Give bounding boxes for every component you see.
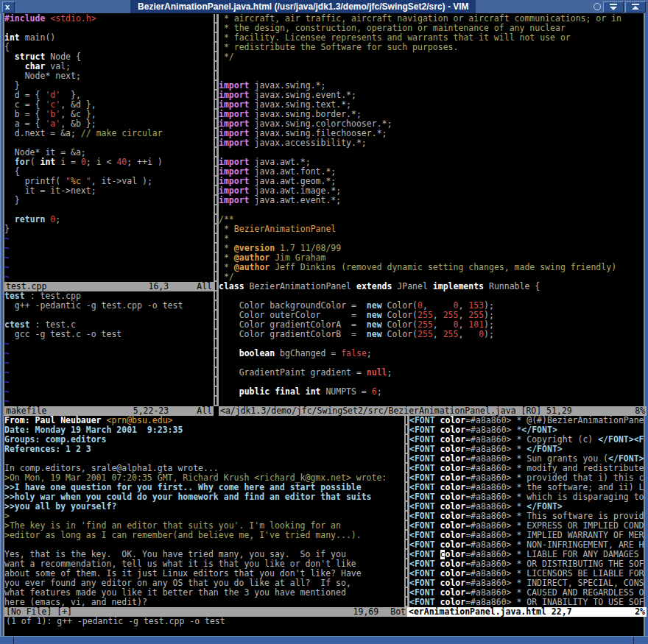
text-line: c = { 'c', &d }, — [4, 100, 214, 110]
window-titlebar[interactable]: x BezierAnimationPanel.java.html (/usr/j… — [0, 0, 648, 14]
text-line: import javax.accessibility.*; — [219, 138, 647, 148]
text-line: g++ -pedantic -g test.cpp -o test — [4, 301, 214, 311]
text-line: <FONT color=#a8a860> * LICENSORS BE LIAB… — [409, 569, 647, 578]
text-line: * the design, construction, operation or… — [219, 24, 647, 33]
window-menu-circle-icon[interactable] — [594, 3, 601, 10]
text-line: import java.awt.geom.*; — [219, 177, 647, 186]
window-maximize-button[interactable] — [625, 1, 646, 13]
text-line: <FONT color=#a8a860> * LIABLE FOR ANY DA… — [409, 550, 647, 559]
vim-command-line[interactable]: (1 of 1): g++ -pedantic -g test.cpp -o t… — [4, 617, 648, 626]
text-line: Node* it = &a; — [4, 148, 214, 158]
text-line — [4, 311, 214, 320]
text-line: } — [4, 224, 214, 234]
frame-bottom — [0, 636, 648, 644]
text-line — [219, 62, 647, 71]
text-line: <FONT color=#a8a860> * the software; and… — [409, 483, 647, 492]
text-line: * facility. Licensee represents and warr… — [219, 33, 647, 43]
text-line: ~ — [4, 397, 214, 406]
buffer-bezier-java[interactable]: * aircraft, air traffic, aircraft naviga… — [219, 14, 647, 406]
text-line: GradientPaint gradient = null; — [219, 368, 647, 378]
text-line: >The key is in 'find an editor that suit… — [4, 521, 404, 531]
statusline-bezier-java-html-active[interactable]: <erAnimationPanel.java.html 22,7 2% — [407, 607, 647, 617]
status-filename: <erAnimationPanel.java.html — [409, 607, 546, 617]
text-line: * redistribute the Software for such pur… — [219, 43, 647, 52]
text-line — [219, 378, 647, 387]
text-line: * @author Jim Graham — [219, 253, 647, 263]
status-filename: makefile — [6, 406, 46, 416]
buffer-makefile[interactable]: test : test.cpp g++ -pedantic -g test.cp… — [4, 291, 214, 406]
text-line: ~ — [4, 272, 214, 282]
text-line: <FONT color=#a8a860> * Copyright (c) </F… — [409, 435, 647, 445]
buffer-bezier-java-html[interactable]: <FONT color=#a8a860> * @(#)BezierAnimati… — [409, 416, 647, 607]
iconify-icon — [610, 4, 617, 5]
text-line: boolean bgChanged = false; — [219, 349, 647, 358]
status-scroll-indicator: All — [197, 406, 212, 416]
text-line: } — [4, 196, 214, 205]
statusline-bezier-java[interactable]: <a/jdk1.3/demo/jfc/SwingSet2/src/BezierA… — [219, 406, 647, 416]
text-line: gcc -g test.c -o test — [4, 330, 214, 339]
text-line: From: Paul Neubauer <prn@bsu.edu> — [4, 416, 404, 425]
text-line: ~ — [4, 263, 214, 272]
text-line: Color backgroundColor = new Color(0, 0, … — [219, 301, 647, 311]
text-line: <FONT color=#a8a860> * </FONT> — [409, 502, 647, 512]
text-line: * aircraft, air traffic, aircraft naviga… — [219, 14, 647, 24]
text-line: printf( "%c ", it->val ); — [4, 177, 214, 186]
text-line: >>I have one question for you first.. Wh… — [4, 483, 404, 492]
text-line: char val; — [4, 62, 214, 71]
vertical-split-separator-bottom[interactable] — [404, 416, 409, 607]
text-line: what features made you like it better th… — [4, 588, 404, 598]
vertical-split-separator-top[interactable] — [214, 14, 219, 406]
text-line — [4, 540, 404, 550]
text-line: > — [4, 512, 404, 521]
text-line: <FONT color=#a8a860> * OR DISTRIBUTING T… — [409, 559, 647, 569]
text-line: <FONT color=#a8a860> * which is disparag… — [409, 492, 647, 502]
text-line: <FONT color=#a8a860> *</FONT> — [409, 425, 647, 435]
text-line — [4, 138, 214, 148]
text-line: d = { 'd' }, — [4, 91, 214, 100]
text-line: ~ — [4, 234, 214, 244]
text-line: <FONT color=#a8a860> * modify and redist… — [409, 464, 647, 473]
window-iconify-button[interactable] — [603, 1, 624, 13]
status-scroll-indicator: 8% — [635, 406, 645, 416]
text-line: ~ — [4, 349, 214, 358]
statusline-makefile[interactable]: makefile 5,22-23 All — [4, 406, 214, 416]
text-line: import javax.swing.border.*; — [219, 110, 647, 119]
text-line: import javax.swing.event.*; — [219, 91, 647, 100]
text-line: you ever found any editor on any OS that… — [4, 578, 404, 588]
text-line — [219, 397, 647, 406]
text-line: here (emacs, vi, and nedit)? — [4, 598, 404, 607]
buffer-test-cpp[interactable]: #include <stdio.h>int main(){ struct Nod… — [4, 14, 214, 282]
text-line: } — [4, 81, 214, 91]
status-cursor-position: 16,3 — [149, 282, 169, 291]
text-line: <FONT color=#a8a860> * @(#)BezierAnimati… — [409, 416, 647, 425]
text-line: ~ — [4, 368, 214, 378]
statusline-test-cpp[interactable]: test.cpp 16,3 All — [4, 282, 214, 291]
text-line: ctest : test.c — [4, 320, 214, 330]
text-line: test : test.cpp — [4, 291, 214, 301]
text-line: * @author Jeff Dinkins (removed dynamic … — [219, 263, 647, 272]
text-line — [219, 291, 647, 301]
text-line: <FONT color=#a8a860> * OR INABILITY TO U… — [409, 598, 647, 607]
text-line: References: 1 2 3 — [4, 445, 404, 454]
text-line: ~ — [4, 358, 214, 368]
text-line: return 0; — [4, 215, 214, 224]
status-filename: test.cpp — [6, 282, 46, 291]
text-line: d.next = &a; // make circular — [4, 129, 214, 138]
text-line: it = it->next; — [4, 186, 214, 196]
text-line — [219, 339, 647, 349]
text-line: Color gradientColorA = new Color(255, 0,… — [219, 320, 647, 330]
text-line: class BezierAnimationPanel extends JPane… — [219, 282, 647, 291]
text-line: * — [219, 234, 647, 244]
window-close-button[interactable]: x — [2, 1, 15, 13]
status-filename: <a/jdk1.3/demo/jfc/SwingSet2/src/BezierA… — [220, 406, 541, 416]
buffer-mail-no-file[interactable]: From: Paul Neubauer <prn@bsu.edu>Date: M… — [4, 416, 404, 607]
text-line: b = { 'b', &c }, — [4, 110, 214, 119]
text-line: import javax.swing.*; — [219, 81, 647, 91]
text-line — [219, 71, 647, 81]
text-line: <FONT color=#a8a860> * This software is … — [409, 512, 647, 521]
text-line — [4, 454, 404, 464]
text-line — [219, 358, 647, 368]
text-line: >>holy war when you could do your homewo… — [4, 492, 404, 502]
text-line: * BezierAnimationPanel — [219, 224, 647, 234]
text-line: ~ — [4, 253, 214, 263]
